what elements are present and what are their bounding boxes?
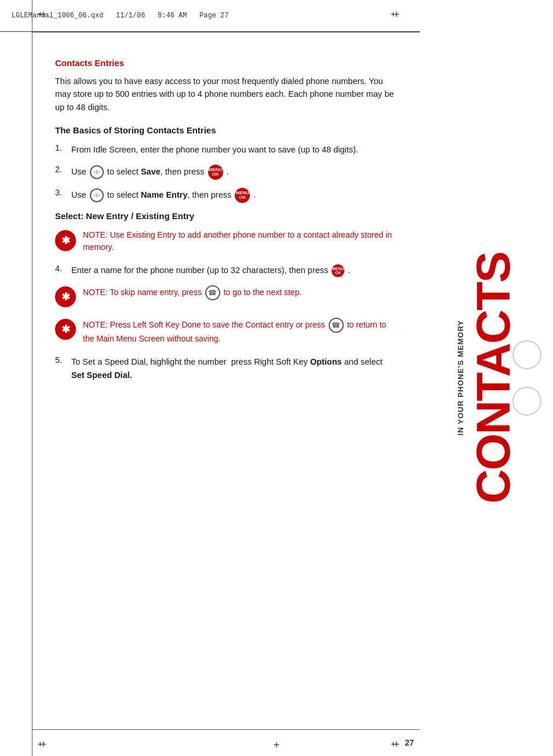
note-2-star: ✱: [55, 286, 76, 307]
menu-icon-step3: MENUOK: [235, 188, 250, 203]
menu-icon-step4: MENUOK: [332, 264, 344, 277]
crosshair-bottom-right: +: [391, 739, 402, 750]
note-1-text: NOTE: Use Existing Entry to add another …: [83, 229, 396, 253]
step-5: 5. To Set a Speed Dial, highlight the nu…: [55, 355, 396, 381]
step-4: 4. Enter a name for the phone number (up…: [55, 264, 396, 277]
note-3-star: ✱: [55, 319, 76, 340]
step-3-num: 3.: [55, 188, 71, 197]
crosshair-top-left: +: [38, 9, 49, 20]
sidebar-title-block: IN YOUR PHONE'S MEMORY CONTACTS: [456, 0, 517, 756]
note-3-text: NOTE: Press Left Soft Key Done to save t…: [83, 318, 396, 345]
note-1-star: ✱: [55, 230, 76, 251]
print-filename: LGLEManual_1006_06.qxd: [12, 12, 103, 20]
step-4-num: 4.: [55, 264, 71, 273]
note-1: ✱ NOTE: Use Existing Entry to add anothe…: [55, 229, 396, 253]
step-1-text: From Idle Screen, enter the phone number…: [71, 143, 396, 156]
sidebar-title: CONTACTS: [470, 252, 517, 503]
step-5-num: 5.: [55, 355, 71, 365]
step-2-num: 2.: [55, 165, 71, 174]
step-1-num: 1.: [55, 143, 71, 152]
note-2-text: NOTE: To skip name entry, press ☎ to go …: [83, 285, 396, 300]
step-2-text: Use to select Save, then press MENUOK .: [71, 165, 396, 180]
bottom-center-crosshair: +: [274, 739, 280, 751]
bottom-border: [32, 729, 423, 730]
intro-text: This allows you to have easy access to y…: [55, 75, 396, 114]
phone-icon-note3: ☎: [329, 318, 344, 333]
menu-icon-step2: MENUOK: [208, 165, 223, 180]
step-3: 3. Use to select Name Entry, then press …: [55, 188, 396, 203]
sidebar-decorative: [512, 340, 541, 416]
nav-icon-step2: [90, 165, 104, 179]
basics-heading: The Basics of Storing Contacts Entries: [55, 125, 396, 135]
note-2: ✱ NOTE: To skip name entry, press ☎ to g…: [55, 285, 396, 307]
step-2: 2. Use to select Save, then press MENUOK…: [55, 165, 396, 180]
phone-icon-note2: ☎: [205, 285, 220, 300]
page-number: 27: [405, 738, 414, 747]
note-3: ✱ NOTE: Press Left Soft Key Done to save…: [55, 318, 396, 345]
decorative-circle-1: [512, 340, 541, 369]
print-page: Page 27: [199, 12, 228, 20]
print-date: 11/1/06: [116, 12, 145, 20]
left-border: [32, 0, 32, 756]
step-1: 1. From Idle Screen, enter the phone num…: [55, 143, 396, 156]
decorative-circle-2: [512, 387, 541, 416]
sidebar-subtitle: IN YOUR PHONE'S MEMORY: [456, 320, 465, 435]
right-sidebar: IN YOUR PHONE'S MEMORY CONTACTS: [420, 0, 553, 756]
crosshair-top-right: +: [391, 9, 402, 20]
main-content: Contacts Entries This allows you to have…: [43, 41, 414, 721]
print-time: 8:46 AM: [158, 12, 187, 20]
nav-icon-step3: [90, 188, 104, 202]
step-4-text: Enter a name for the phone number (up to…: [71, 264, 396, 277]
crosshair-bottom-left: +: [38, 739, 49, 750]
select-heading: Select: New Entry / Existing Entry: [55, 211, 396, 221]
step-3-text: Use to select Name Entry, then press MEN…: [71, 188, 396, 203]
top-border: [32, 32, 423, 32]
section-title: Contacts Entries: [55, 58, 396, 68]
step-5-text: To Set a Speed Dial, highlight the numbe…: [71, 355, 396, 381]
